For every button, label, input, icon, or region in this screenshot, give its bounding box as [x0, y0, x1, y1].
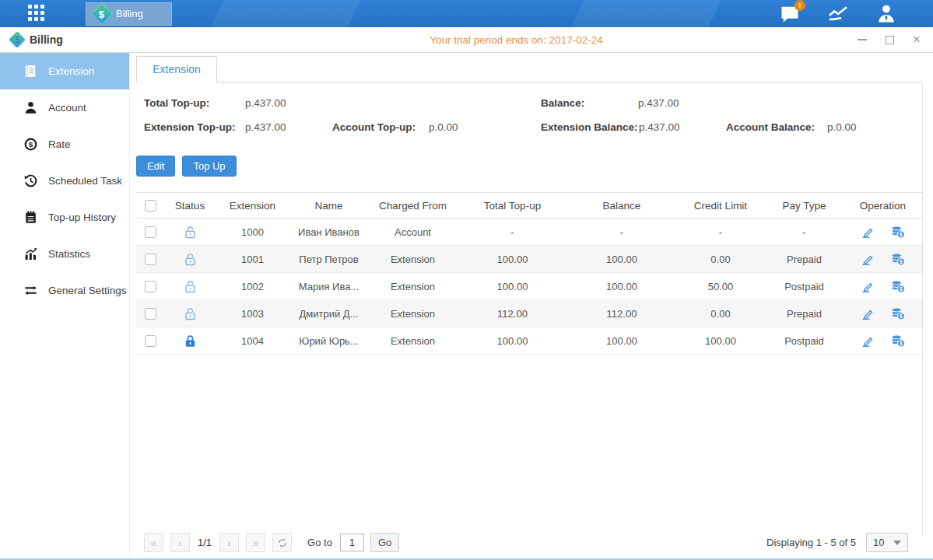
cell-pay-type: Postpaid	[765, 327, 844, 355]
cell-credit-limit: 0.00	[676, 246, 765, 273]
top-up-row-icon[interactable]: $	[890, 224, 906, 240]
cell-charged-from: Extension	[368, 273, 458, 300]
status-unlocked-icon[interactable]	[183, 306, 198, 321]
cell-pay-type: Postpaid	[765, 273, 844, 300]
cell-extension: 1003	[216, 300, 289, 327]
table-row: 1004 Юрий Юрь... Extension 100.00 100.00…	[136, 327, 922, 355]
apps-grid-icon[interactable]	[28, 5, 47, 23]
cell-pay-type: -	[765, 219, 844, 246]
sidebar-item-general-settings[interactable]: General Settings	[0, 272, 129, 309]
next-page-button[interactable]: ›	[219, 533, 239, 552]
svg-text:$: $	[900, 313, 903, 320]
account-topup-value: p.0.00	[429, 121, 458, 133]
row-checkbox[interactable]	[145, 335, 156, 347]
taskbar-tab-label: Billing	[116, 8, 143, 19]
cell-credit-limit: 100.00	[676, 327, 765, 355]
tab-extension[interactable]: Extension	[136, 56, 217, 82]
table-row: 1003 Дмитрий Д... Extension 112.00 112.0…	[136, 300, 922, 327]
cell-charged-from: Extension	[368, 327, 458, 355]
edit-row-icon[interactable]	[860, 333, 875, 348]
sidebar: Extension Account $ Rate Scheduled Task	[0, 53, 130, 560]
first-page-button[interactable]: «	[144, 533, 163, 552]
message-badge: !	[794, 0, 805, 11]
account-topup-label: Account Top-up:	[332, 121, 416, 133]
cell-name: Дмитрий Д...	[289, 300, 368, 327]
total-topup-value: p.437.00	[245, 97, 286, 109]
cell-total-topup: 100.00	[458, 246, 567, 273]
sidebar-item-label: Extension	[48, 65, 94, 77]
sidebar-item-rate[interactable]: $ Rate	[0, 126, 129, 163]
extension-topup-value: p.437.00	[245, 121, 286, 133]
close-button[interactable]: ×	[911, 34, 922, 45]
cell-charged-from: Extension	[368, 246, 458, 273]
row-checkbox[interactable]	[145, 308, 156, 320]
maximize-button[interactable]	[884, 34, 895, 45]
cell-balance: 100.00	[567, 327, 676, 355]
edit-row-icon[interactable]	[860, 251, 875, 267]
user-icon[interactable]	[875, 4, 897, 24]
status-unlocked-icon[interactable]	[183, 252, 198, 267]
account-balance-label: Account Balance:	[726, 121, 815, 133]
col-balance: Balance	[567, 193, 676, 219]
row-checkbox[interactable]	[145, 281, 156, 292]
status-unlocked-icon[interactable]	[183, 225, 198, 240]
sliders-icon	[23, 283, 38, 298]
col-extension: Extension	[216, 193, 289, 219]
sidebar-item-account[interactable]: Account	[0, 89, 129, 126]
resource-monitor-icon[interactable]	[827, 4, 849, 24]
svg-text:$: $	[900, 341, 903, 347]
cell-balance: 112.00	[567, 300, 676, 327]
cell-credit-limit: 0.00	[676, 300, 765, 327]
go-button[interactable]: Go	[370, 533, 399, 552]
top-up-row-icon[interactable]: $	[890, 333, 906, 348]
cell-charged-from: Account	[368, 219, 458, 246]
sidebar-item-scheduled-task[interactable]: Scheduled Task	[0, 163, 129, 199]
sidebar-item-label: Scheduled Task	[48, 175, 122, 187]
table-row: 1002 Мария Ива... Extension 100.00 100.0…	[136, 273, 922, 300]
cell-pay-type: Prepaid	[765, 300, 844, 327]
balance-label: Balance:	[541, 97, 584, 109]
col-pay-type: Pay Type	[765, 193, 844, 219]
cell-credit-limit: 50.00	[676, 273, 765, 300]
col-name: Name	[289, 193, 368, 219]
sidebar-item-statistics[interactable]: Statistics	[0, 236, 129, 272]
status-locked-icon[interactable]	[183, 334, 198, 348]
cell-balance: 100.00	[567, 246, 676, 273]
status-unlocked-icon[interactable]	[183, 279, 198, 294]
row-checkbox[interactable]	[145, 226, 156, 238]
cell-name: Юрий Юрь...	[289, 327, 368, 355]
system-topbar: $ Billing !	[0, 0, 933, 27]
taskbar-tab-billing[interactable]: $ Billing	[86, 2, 172, 26]
row-checkbox[interactable]	[145, 254, 156, 265]
edit-button[interactable]: Edit	[136, 156, 175, 177]
prev-page-button[interactable]: ‹	[170, 533, 190, 552]
select-all-checkbox[interactable]	[145, 200, 156, 212]
cell-balance: -	[567, 219, 676, 246]
top-up-button[interactable]: Top Up	[182, 156, 236, 177]
tabstrip: Extension	[136, 54, 922, 82]
svg-text:$: $	[900, 286, 903, 292]
cell-total-topup: 100.00	[458, 327, 567, 355]
top-up-row-icon[interactable]: $	[890, 306, 906, 321]
refresh-button[interactable]	[272, 533, 292, 552]
minimize-button[interactable]	[857, 34, 868, 45]
notepad-icon	[23, 210, 38, 225]
svg-text:$: $	[900, 259, 903, 265]
edit-row-icon[interactable]	[860, 306, 875, 321]
edit-row-icon[interactable]	[860, 224, 875, 240]
action-buttons: Edit Top Up	[136, 156, 922, 177]
col-status: Status	[164, 193, 216, 219]
last-page-button[interactable]: »	[246, 533, 265, 552]
billing-app-icon: $	[91, 2, 113, 24]
sidebar-item-label: Account	[48, 102, 86, 114]
messages-icon[interactable]: !	[779, 4, 801, 24]
goto-page-input[interactable]	[340, 534, 364, 551]
cell-name: Иван Иванов	[289, 219, 368, 246]
sidebar-item-extension[interactable]: Extension	[0, 53, 129, 89]
ledger-icon	[23, 64, 38, 79]
edit-row-icon[interactable]	[860, 278, 875, 294]
top-up-row-icon[interactable]: $	[890, 278, 906, 294]
sidebar-item-topup-history[interactable]: Top-up History	[0, 199, 129, 236]
page-size-select[interactable]: 10	[866, 533, 908, 552]
top-up-row-icon[interactable]: $	[890, 251, 906, 267]
